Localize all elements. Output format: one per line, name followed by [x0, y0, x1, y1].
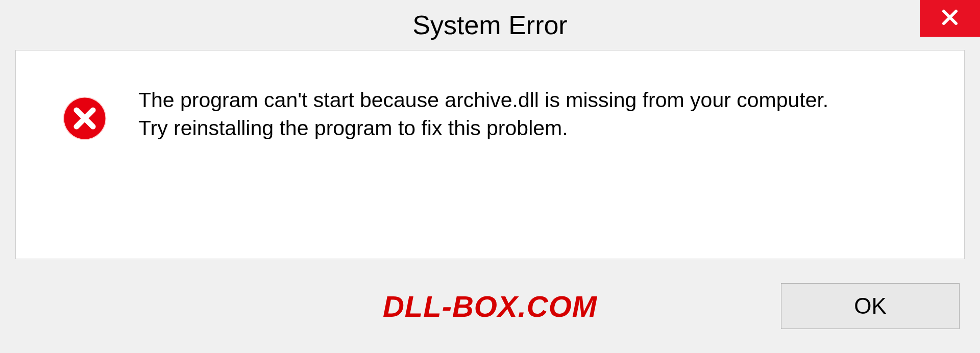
close-button[interactable] — [920, 0, 980, 37]
error-dialog: System Error The program can't start bec… — [0, 0, 980, 353]
ok-button[interactable]: OK — [781, 283, 960, 329]
error-icon — [62, 95, 108, 141]
error-message-line2: Try reinstalling the program to fix this… — [138, 114, 828, 142]
watermark-text: DLL-BOX.COM — [383, 289, 597, 323]
content-area: The program can't start because archive.… — [15, 50, 965, 259]
footer-area: DLL-BOX.COM OK — [0, 259, 980, 353]
error-message: The program can't start because archive.… — [138, 86, 828, 143]
title-bar: System Error — [0, 0, 980, 50]
dialog-title: System Error — [412, 10, 567, 40]
close-icon — [941, 8, 959, 29]
error-message-line1: The program can't start because archive.… — [138, 88, 828, 112]
